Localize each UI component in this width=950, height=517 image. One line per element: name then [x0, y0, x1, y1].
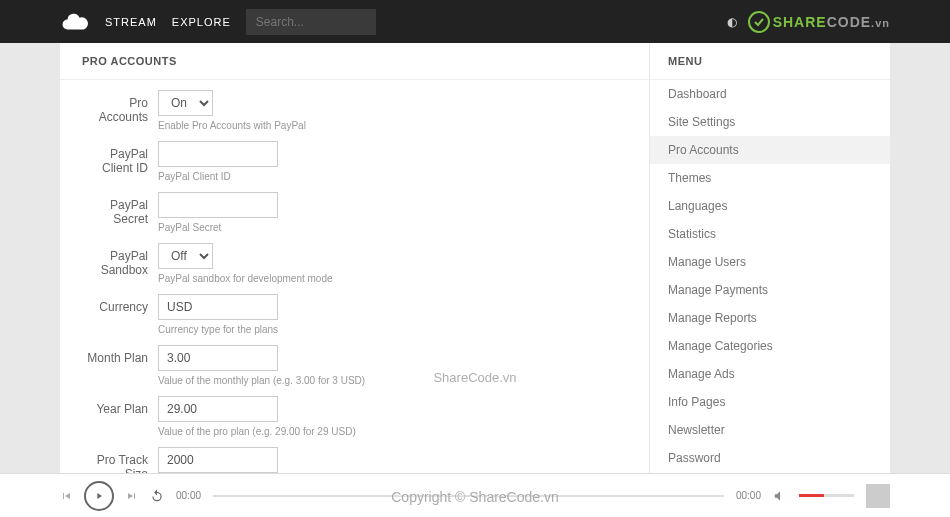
month-plan-hint: Value of the monthly plan (e.g. 3.00 for…	[158, 375, 627, 386]
svg-point-0	[749, 12, 769, 32]
audio-player-bar: 00:00 00:00	[0, 473, 950, 517]
sidebar-item-dashboard[interactable]: Dashboard	[650, 80, 890, 108]
search-input[interactable]	[246, 9, 376, 35]
sidebar-item-manage-users[interactable]: Manage Users	[650, 248, 890, 276]
client-id-input[interactable]	[158, 141, 278, 167]
sidebar-item-newsletter[interactable]: Newsletter	[650, 416, 890, 444]
track-size-label: Pro Track Size	[82, 447, 158, 473]
next-button[interactable]	[126, 490, 138, 502]
sandbox-hint: PayPal sandbox for development mode	[158, 273, 627, 284]
secret-input[interactable]	[158, 192, 278, 218]
sidebar-item-manage-payments[interactable]: Manage Payments	[650, 276, 890, 304]
pro-accounts-hint: Enable Pro Accounts with PayPal	[158, 120, 627, 131]
user-icon[interactable]: ◐	[727, 15, 737, 29]
previous-button[interactable]	[60, 490, 72, 502]
pro-accounts-label: Pro Accounts	[82, 90, 158, 131]
secret-label: PayPal Secret	[82, 192, 158, 233]
sidebar-item-site-settings[interactable]: Site Settings	[650, 108, 890, 136]
settings-form: Pro Accounts On Enable Pro Accounts with…	[60, 80, 649, 473]
month-plan-input[interactable]	[158, 345, 278, 371]
currency-label: Currency	[82, 294, 158, 335]
sidebar-menu: MENU DashboardSite SettingsPro AccountsT…	[650, 43, 890, 473]
month-plan-label: Month Plan	[82, 345, 158, 386]
currency-input[interactable]	[158, 294, 278, 320]
secret-hint: PayPal Secret	[158, 222, 627, 233]
sidebar-item-manage-reports[interactable]: Manage Reports	[650, 304, 890, 332]
year-plan-label: Year Plan	[82, 396, 158, 437]
sandbox-select[interactable]: Off	[158, 243, 213, 269]
client-id-hint: PayPal Client ID	[158, 171, 627, 182]
nav-stream[interactable]: STREAM	[105, 16, 157, 28]
sidebar-item-manage-ads[interactable]: Manage Ads	[650, 360, 890, 388]
sharecode-logo: SHARECODE.vn	[747, 10, 890, 34]
currency-hint: Currency type for the plans	[158, 324, 627, 335]
sidebar-item-languages[interactable]: Languages	[650, 192, 890, 220]
panel-title: PRO ACCOUNTS	[60, 43, 649, 80]
progress-bar[interactable]	[213, 495, 724, 497]
year-plan-hint: Value of the pro plan (e.g. 29.00 for 29…	[158, 426, 627, 437]
volume-bar[interactable]	[799, 494, 854, 497]
track-size-input[interactable]	[158, 447, 278, 473]
client-id-label: PayPal Client ID	[82, 141, 158, 182]
sandbox-label: PayPal Sandbox	[82, 243, 158, 284]
year-plan-input[interactable]	[158, 396, 278, 422]
sidebar-item-manage-categories[interactable]: Manage Categories	[650, 332, 890, 360]
time-current: 00:00	[176, 490, 201, 501]
volume-icon[interactable]	[773, 489, 787, 503]
sidebar-title: MENU	[650, 43, 890, 80]
cloud-logo-icon	[60, 7, 90, 37]
sidebar-item-pro-accounts[interactable]: Pro Accounts	[650, 136, 890, 164]
sidebar-item-password[interactable]: Password	[650, 444, 890, 472]
main-panel: PRO ACCOUNTS Pro Accounts On Enable Pro …	[60, 43, 649, 473]
pro-accounts-select[interactable]: On	[158, 90, 213, 116]
nav-explore[interactable]: EXPLORE	[172, 16, 231, 28]
sidebar-item-statistics[interactable]: Statistics	[650, 220, 890, 248]
sidebar-item-info-pages[interactable]: Info Pages	[650, 388, 890, 416]
play-button[interactable]	[84, 481, 114, 511]
sidebar-item-themes[interactable]: Themes	[650, 164, 890, 192]
track-thumbnail	[866, 484, 890, 508]
time-total: 00:00	[736, 490, 761, 501]
app-header: STREAM EXPLORE ◐ SHARECODE.vn	[0, 0, 950, 43]
repeat-button[interactable]	[150, 489, 164, 503]
